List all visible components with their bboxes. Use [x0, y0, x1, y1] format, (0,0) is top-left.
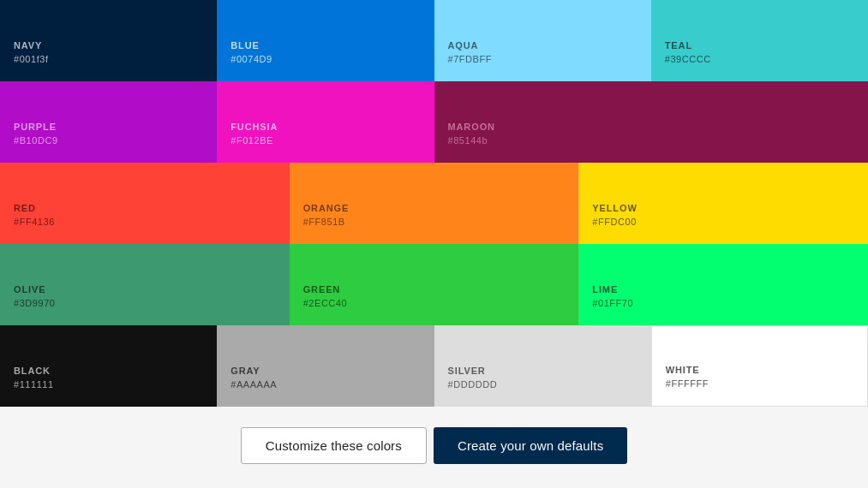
- color-name-silver: SILVER: [448, 365, 638, 378]
- color-hex-navy: #001f3f: [14, 53, 203, 66]
- color-hex-orange: #FF851B: [303, 216, 566, 229]
- color-row-3: RED #FF4136 ORANGE #FF851B YELLOW #FFDC0…: [0, 163, 868, 244]
- color-row-1: NAVY #001f3f BLUE #0074D9 AQUA #7FDBFF T…: [0, 0, 868, 81]
- color-name-orange: ORANGE: [303, 202, 566, 215]
- color-cell-silver[interactable]: SILVER #DDDDDD: [434, 325, 651, 407]
- color-name-gray: GRAY: [230, 365, 420, 378]
- color-cell-olive[interactable]: OLIVE #3D9970: [0, 244, 290, 325]
- create-defaults-button[interactable]: Create your own defaults: [434, 427, 627, 464]
- color-hex-aqua: #7FDBFF: [448, 53, 638, 66]
- color-name-aqua: AQUA: [448, 39, 638, 52]
- color-name-olive: OLIVE: [14, 283, 276, 296]
- color-name-blue: BLUE: [230, 39, 420, 52]
- customize-colors-button[interactable]: Customize these colors: [241, 427, 427, 464]
- color-cell-aqua[interactable]: AQUA #7FDBFF: [434, 0, 651, 81]
- color-name-green: GREEN: [303, 283, 566, 296]
- color-hex-yellow: #FFDC00: [592, 216, 854, 229]
- color-cell-maroon[interactable]: MAROON #85144b: [434, 81, 869, 163]
- color-row-4: OLIVE #3D9970 GREEN #2ECC40 LIME #01FF70: [0, 244, 868, 325]
- color-hex-maroon: #85144b: [448, 134, 855, 147]
- color-cell-green[interactable]: GREEN #2ECC40: [290, 244, 579, 325]
- color-name-purple: PURPLE: [14, 121, 203, 134]
- color-cell-white[interactable]: WHITE #FFFFFF: [651, 325, 868, 407]
- color-name-navy: NAVY: [14, 39, 203, 52]
- color-cell-orange[interactable]: ORANGE #FF851B: [290, 163, 579, 244]
- color-hex-black: #111111: [14, 378, 203, 391]
- color-cell-lime[interactable]: LIME #01FF70: [578, 244, 868, 325]
- color-name-white: WHITE: [666, 364, 853, 377]
- color-name-teal: TEAL: [665, 39, 854, 52]
- color-hex-teal: #39CCCC: [665, 53, 854, 66]
- color-cell-purple[interactable]: PURPLE #B10DC9: [0, 81, 217, 163]
- color-cell-red[interactable]: RED #FF4136: [0, 163, 290, 244]
- color-name-black: BLACK: [14, 365, 203, 378]
- color-name-maroon: MAROON: [448, 121, 855, 134]
- color-cell-yellow[interactable]: YELLOW #FFDC00: [578, 163, 868, 244]
- color-hex-silver: #DDDDDD: [448, 378, 638, 391]
- color-cell-black[interactable]: BLACK #111111: [0, 325, 217, 407]
- color-hex-gray: #AAAAAA: [230, 378, 420, 391]
- color-hex-red: #FF4136: [14, 216, 276, 229]
- color-name-yellow: YELLOW: [592, 202, 854, 215]
- color-hex-white: #FFFFFF: [666, 378, 853, 390]
- color-hex-olive: #3D9970: [14, 297, 276, 310]
- color-cell-gray[interactable]: GRAY #AAAAAA: [217, 325, 434, 407]
- button-row: Customize these colors Create your own d…: [241, 427, 628, 464]
- color-hex-blue: #0074D9: [230, 53, 420, 66]
- color-name-red: RED: [14, 202, 276, 215]
- color-cell-navy[interactable]: NAVY #001f3f: [0, 0, 217, 81]
- color-cell-blue[interactable]: BLUE #0074D9: [217, 0, 434, 81]
- color-hex-purple: #B10DC9: [14, 134, 203, 147]
- color-cell-fuchsia[interactable]: FUCHSIA #F012BE: [217, 81, 434, 163]
- color-hex-lime: #01FF70: [592, 297, 854, 310]
- color-name-lime: LIME: [592, 283, 854, 296]
- color-hex-green: #2ECC40: [303, 297, 566, 310]
- color-hex-fuchsia: #F012BE: [230, 134, 420, 147]
- color-row-5: BLACK #111111 GRAY #AAAAAA SILVER #DDDDD…: [0, 325, 868, 407]
- color-name-fuchsia: FUCHSIA: [230, 121, 420, 134]
- color-row-2: PURPLE #B10DC9 FUCHSIA #F012BE MAROON #8…: [0, 81, 868, 163]
- color-cell-teal[interactable]: TEAL #39CCCC: [651, 0, 868, 81]
